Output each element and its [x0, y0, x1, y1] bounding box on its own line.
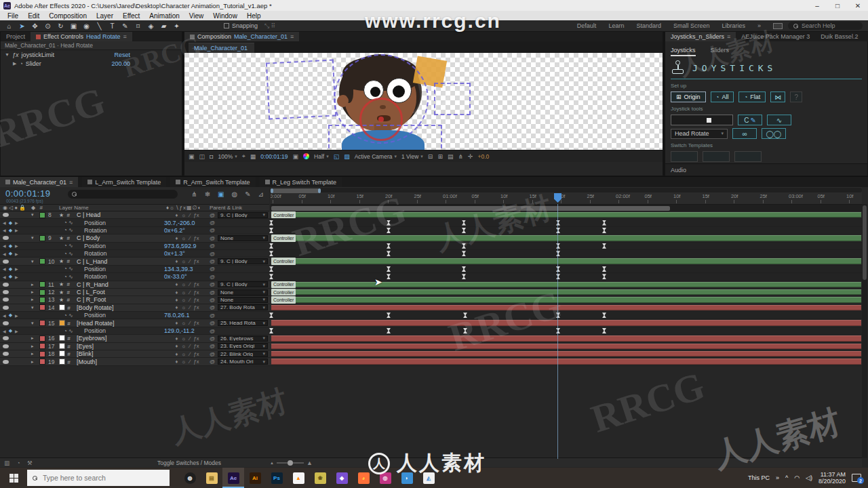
joystick-preview-slider[interactable] [671, 115, 733, 125]
instagram-icon[interactable]: ◎ [374, 468, 396, 488]
switch-icon[interactable]: ♦ [176, 336, 178, 342]
template-button-3[interactable] [734, 151, 762, 162]
label-color-chip[interactable] [39, 359, 48, 365]
solid-swatch[interactable] [59, 359, 65, 365]
tool-icon-4[interactable]: ↻ [54, 22, 67, 30]
keyframe-nav-icon[interactable]: ▶ [15, 329, 18, 333]
switch-icon[interactable]: ∕ [189, 297, 190, 303]
twirl-icon[interactable]: ▾ [31, 235, 39, 241]
snap-options-icon[interactable]: ⤡ ⠿ [264, 22, 275, 30]
pick-whip-icon[interactable]: @ [207, 274, 218, 280]
exposure-value[interactable]: +0.0 [478, 153, 490, 160]
keyframe-diamond-icon[interactable]: ◆ [9, 274, 12, 279]
controller-chip[interactable]: Controller [271, 258, 296, 264]
parent-link-dropdown[interactable]: 25. Head Rota▾ [218, 320, 268, 326]
parent-link-dropdown[interactable]: 24. Mouth Ori▾ [218, 359, 268, 365]
layer-row[interactable]: ▾15 #[Head Rotate]♦☼∕ƒx@25. Head Rota▾ [0, 319, 862, 327]
effect-reset-link[interactable]: Reset [114, 52, 178, 58]
pick-whip-icon[interactable]: @ [207, 359, 218, 365]
switch-icon[interactable]: ♦ [176, 289, 178, 296]
brainstorm-icon[interactable]: ✎ [245, 190, 250, 198]
workspace-standard[interactable]: Standard [636, 22, 661, 29]
eye-icon[interactable] [3, 283, 9, 287]
property-track[interactable] [271, 266, 862, 273]
keyframe-navigator[interactable]: ◀◆▶ [0, 274, 31, 279]
timeline-tab-l-arm[interactable]: L_Arm_Switch Template [82, 177, 166, 187]
maximize-button[interactable]: □ [827, 0, 848, 11]
twirl-icon[interactable]: ▸ [31, 336, 39, 341]
stopwatch-graph-icons[interactable]: ◔ ∿ [64, 274, 84, 280]
pick-whip-icon[interactable]: @ [207, 266, 218, 272]
pick-whip-icon[interactable]: @ [207, 320, 218, 326]
timeline-tab-r-arm[interactable]: R_Arm_Switch Template [170, 177, 255, 187]
keyframe-marker[interactable] [602, 266, 606, 272]
layer-bar[interactable] [271, 359, 861, 364]
twirl-icon[interactable]: ▾ [31, 259, 39, 264]
stopwatch-graph-icons[interactable]: ◔ ∿ [64, 312, 84, 319]
tool-icon-10[interactable]: ⌑ [132, 22, 144, 30]
pick-whip-icon[interactable]: @ [207, 304, 218, 310]
timeline-search[interactable] [68, 190, 178, 199]
controller-chip[interactable]: Controller [271, 281, 296, 288]
controller-chip[interactable]: Controller [271, 235, 296, 241]
viewer-timecode[interactable]: 0:00:01:19 [260, 153, 288, 160]
keyframe-marker[interactable] [462, 228, 466, 233]
pick-whip-icon[interactable]: @ [207, 251, 218, 257]
controller-chip[interactable]: Controller [271, 211, 296, 218]
after-effects-icon[interactable]: Ae [222, 468, 244, 488]
photoshop-icon[interactable]: Ps [266, 468, 288, 488]
keyframe-marker[interactable] [602, 328, 606, 333]
menu-file[interactable]: File [3, 12, 23, 20]
draft-3d-icon[interactable]: ❄ [205, 190, 210, 198]
property-value[interactable]: 0x+1.3° [164, 250, 207, 257]
layer-track[interactable] [271, 343, 862, 350]
tool-icon-1[interactable]: ➤ [16, 22, 28, 30]
keyframe-marker[interactable] [556, 243, 560, 249]
layer-bar[interactable] [271, 351, 861, 357]
keyframe-marker[interactable] [556, 274, 560, 279]
keyframe-marker[interactable] [556, 312, 560, 318]
switch-icon[interactable]: ☼ [181, 281, 186, 287]
pick-whip-icon[interactable]: @ [207, 351, 218, 357]
motion-blur-icon[interactable]: ◍ [231, 190, 237, 198]
eye-icon[interactable] [3, 306, 9, 310]
property-row[interactable]: ◀◆▶◔ ∿Rotation0x-33.0°@ [0, 273, 862, 281]
tool-icon-12[interactable]: ▰ [157, 22, 170, 30]
time-ruler[interactable]: 0:00f05f10f15f20f25f01:00f05f10f15f20f25… [271, 187, 862, 204]
switch-icon[interactable]: ƒx [194, 359, 199, 365]
keyframe-navigator[interactable]: ◀◆▶ [0, 328, 31, 333]
property-row[interactable]: ◀◆▶◔ ∿Rotation0x+6.2°@ [0, 227, 862, 235]
joystick-select-dropdown[interactable]: Head Rotate▾ [671, 129, 728, 139]
timeline-vertical-scrollbar[interactable] [862, 204, 867, 458]
pick-whip-icon[interactable]: @ [207, 243, 218, 249]
keyframe-marker[interactable] [462, 251, 466, 256]
property-track[interactable] [271, 327, 862, 335]
switch-icon[interactable]: ∕ [189, 359, 190, 365]
reset-exposure-icon[interactable]: ✛ [468, 153, 473, 160]
keyframe-marker[interactable] [556, 266, 560, 272]
effect-row-slider[interactable]: ▶ ◔ Slider 200.00 [1, 59, 182, 68]
parent-link-dropdown[interactable]: None▾ [218, 289, 268, 296]
keyframe-marker[interactable] [463, 328, 467, 333]
keyframe-marker[interactable] [602, 312, 606, 318]
twirl-icon[interactable]: ▾ [31, 305, 39, 310]
tool-icon-8[interactable]: T [106, 22, 119, 30]
layer-row[interactable]: ▸11★ #C | R_Hand♦☼∕ƒx@9. C | Body▾Contro… [0, 281, 862, 289]
close-button[interactable]: ✕ [848, 0, 868, 11]
solid-swatch[interactable] [59, 335, 65, 341]
menu-effect[interactable]: Effect [118, 12, 144, 20]
layer-name[interactable]: [Mouth] [77, 359, 167, 365]
tool-icon-6[interactable]: ◉ [80, 22, 93, 30]
tab-effect-controls[interactable]: Effect Controls Head Rotate ≡ [31, 32, 132, 41]
eye-icon[interactable] [3, 336, 9, 340]
start-button[interactable] [0, 468, 27, 488]
keyframe-marker[interactable] [462, 220, 466, 226]
tool-icon-7[interactable]: ╲ [93, 22, 106, 30]
property-track[interactable] [271, 250, 862, 258]
playhead-line[interactable] [557, 204, 558, 459]
solid-swatch[interactable] [59, 350, 65, 357]
layer-name[interactable]: [Blink] [77, 350, 167, 357]
keyframe-nav-icon[interactable]: ▶ [15, 266, 18, 271]
composition-mini-flowchart-icon[interactable]: ⋔ [191, 190, 197, 198]
layer-name-column[interactable]: Layer Name [59, 205, 166, 211]
